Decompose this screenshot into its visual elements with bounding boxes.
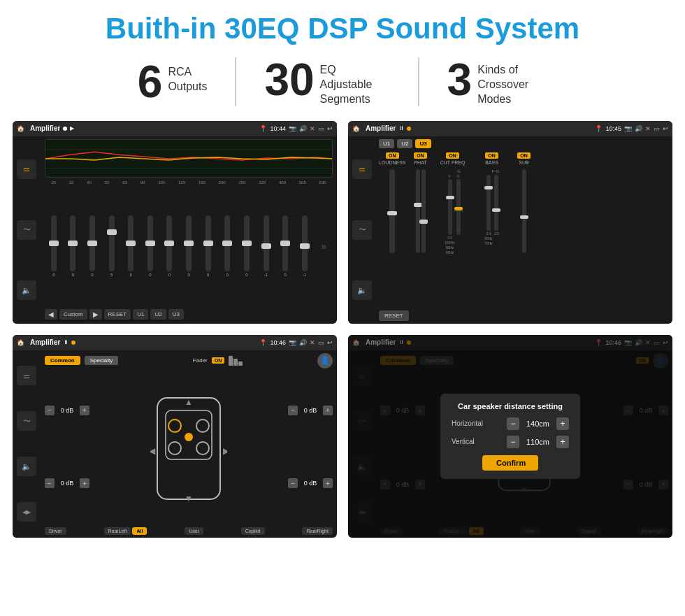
phat-on-badge[interactable]: ON <box>414 152 427 159</box>
location-icon-2: 📍 <box>595 125 603 132</box>
preset-u1[interactable]: U1 <box>133 309 148 320</box>
prev-btn[interactable]: ◀ <box>45 309 57 320</box>
svg-point-5 <box>168 420 181 432</box>
cross-bottom-row: Driver RearLeft All User Copilot RearRig… <box>45 527 333 535</box>
tab-specialty[interactable]: Specialty <box>85 356 118 365</box>
dia-val-vertical: 110cm <box>522 438 554 446</box>
slider-500[interactable]: -1 <box>302 215 308 277</box>
slider-50[interactable]: 5 <box>109 215 115 277</box>
fader-on-btn[interactable]: ON <box>212 357 225 364</box>
cutfreq-on-badge[interactable]: ON <box>446 152 459 159</box>
slider-32[interactable]: 0 <box>70 215 75 277</box>
cross-sidebar-btn-wave[interactable]: 〜 <box>17 411 36 431</box>
tab-common[interactable]: Common <box>45 356 80 365</box>
slider-100[interactable]: 0 <box>166 215 172 277</box>
home-icon-3[interactable]: 🏠 <box>17 339 24 346</box>
preset-u2[interactable]: U2 <box>150 309 166 320</box>
db-val-fr: 0 dB <box>300 407 321 414</box>
slider-250[interactable]: 0 <box>244 215 250 277</box>
reset-btn-2[interactable]: RESET <box>379 310 409 321</box>
statusbar-2: 🏠 Amplifier ⏸ 📍 10:45 📷 🔊 ✕ ▭ ↩ <box>348 121 672 136</box>
cross-sidebar-btn-extra[interactable]: ◀▶ <box>17 502 36 522</box>
eq-main: 253240506380100 125160200250320400500630… <box>41 136 337 324</box>
eq-sidebar-btn-wave[interactable]: 〜 <box>17 220 36 240</box>
db-plus-fl[interactable]: + <box>80 406 89 415</box>
slider-320[interactable]: -1 <box>264 215 269 277</box>
db-minus-rr[interactable]: − <box>288 478 298 488</box>
db-minus-rl[interactable]: − <box>45 478 55 488</box>
home-icon-1[interactable]: 🏠 <box>17 125 24 132</box>
user-icon[interactable]: 👤 <box>317 353 333 368</box>
eq-bottom: ◀ Custom ▶ RESET U1 U2 U3 <box>45 307 333 321</box>
screens-grid: 🏠 Amplifier ▶ 📍 10:44 📷 🔊 ✕ ▭ ↩ ⚌ 〜 🔈 <box>0 117 685 545</box>
cross-sidebar-btn-eq[interactable]: ⚌ <box>17 366 36 385</box>
sub-on-badge[interactable]: ON <box>517 152 531 159</box>
dot-3 <box>71 341 75 345</box>
dialog-label-horizontal: Horizontal <box>452 420 483 427</box>
eq-sidebar-btn-speaker[interactable]: 🔈 <box>17 280 36 300</box>
bass-on-badge[interactable]: ON <box>485 152 498 159</box>
dia-plus-vertical[interactable]: + <box>556 436 569 448</box>
db-val-rl: 0 dB <box>57 480 78 487</box>
amp2-sidebar-btn-eq[interactable]: ⚌ <box>352 159 372 179</box>
slider-25[interactable]: 0 <box>51 215 57 277</box>
back-icon-3[interactable]: ↩ <box>327 339 333 346</box>
slider-125[interactable]: 0 <box>186 215 192 277</box>
app-title-2: Amplifier <box>366 124 396 132</box>
db-plus-rl[interactable]: + <box>80 478 89 488</box>
db-minus-fl[interactable]: − <box>45 406 55 415</box>
zone-btn-all[interactable]: All <box>132 527 147 535</box>
svg-text:◀: ◀ <box>150 446 156 456</box>
zone-btn-user[interactable]: User <box>185 527 203 535</box>
amp2-sidebar-btn-wave[interactable]: 〜 <box>352 220 372 240</box>
speaker-layout: − 0 dB + − 0 dB + <box>45 371 333 523</box>
eq-sidebar-btn-equalizer[interactable]: ⚌ <box>17 159 36 179</box>
camera-icon-2: 📷 <box>624 125 632 132</box>
slider-40[interactable]: 0 <box>89 215 95 277</box>
preset-u2-btn[interactable]: U2 <box>397 139 412 148</box>
dia-minus-vertical[interactable]: − <box>507 436 519 448</box>
zone-btn-copilot[interactable]: Copilot <box>241 527 265 535</box>
db-plus-rr[interactable]: + <box>323 478 333 488</box>
preset-custom[interactable]: Custom <box>59 309 87 320</box>
dia-plus-horizontal[interactable]: + <box>556 417 569 430</box>
slider-200[interactable]: 0 <box>224 215 230 277</box>
back-icon-1[interactable]: ↩ <box>327 125 333 132</box>
ch-sub: ON SUB <box>514 152 535 306</box>
svg-text:▶: ▶ <box>223 446 228 456</box>
dialog-title: Car speaker distance setting <box>452 402 569 410</box>
ch-loudness: ON LOUDNESS <box>379 152 406 306</box>
cutfreq-label: CUT FREQ <box>440 160 466 165</box>
dia-minus-horizontal[interactable]: − <box>507 417 519 430</box>
window-icon-3: ▭ <box>318 339 324 346</box>
volume-icon-1: 🔊 <box>299 125 307 132</box>
zone-btn-rearright[interactable]: RearRight <box>302 527 333 535</box>
zone-btn-rearleft[interactable]: RearLeft <box>104 527 131 535</box>
back-icon-2[interactable]: ↩ <box>663 125 668 132</box>
slider-160[interactable]: 0 <box>206 215 211 277</box>
loudness-on-badge[interactable]: ON <box>386 152 399 159</box>
dot-1 <box>63 127 67 131</box>
next-btn[interactable]: ▶ <box>89 309 102 320</box>
db-plus-fr[interactable]: + <box>323 406 333 415</box>
home-icon-2[interactable]: 🏠 <box>352 125 360 132</box>
svg-text:▼: ▼ <box>185 494 193 503</box>
preset-u3[interactable]: U3 <box>168 309 184 320</box>
sub-label: SUB <box>519 160 528 165</box>
db-minus-fr[interactable]: − <box>288 406 298 415</box>
screen-amplifier-channels: 🏠 Amplifier ⏸ 📍 10:45 📷 🔊 ✕ ▭ ↩ ⚌ 〜 🔈 U1 <box>348 121 672 324</box>
reset-btn-1[interactable]: RESET <box>104 309 131 320</box>
eq-sidebar-1: ⚌ 〜 🔈 <box>13 136 41 324</box>
slider-400[interactable]: 0 <box>282 215 288 277</box>
confirm-button[interactable]: Confirm <box>482 455 538 471</box>
preset-u3-btn[interactable]: U3 <box>415 139 431 148</box>
slider-80[interactable]: 0 <box>147 215 153 277</box>
cross-sidebar-btn-speaker[interactable]: 🔈 <box>17 457 36 476</box>
fader-bars <box>229 356 243 366</box>
zone-btn-driver[interactable]: Driver <box>45 527 66 535</box>
amp2-sidebar-btn-speaker[interactable]: 🔈 <box>352 280 372 300</box>
preset-row: U1 U2 U3 <box>379 139 670 148</box>
freq-labels: 253240506380100 125160200250320400500630 <box>45 180 333 185</box>
preset-u1-btn[interactable]: U1 <box>379 139 394 148</box>
slider-63[interactable]: 0 <box>128 215 134 277</box>
